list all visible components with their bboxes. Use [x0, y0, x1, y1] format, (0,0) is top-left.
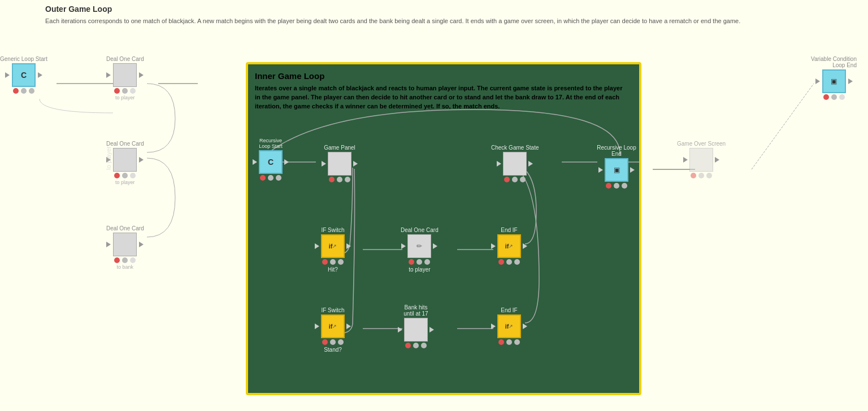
deal-card-top-sublabel: to player [115, 95, 135, 100]
generic-loop-start-node[interactable]: Generic Loop Start C [0, 56, 47, 94]
port-light [839, 94, 845, 100]
deal-one-card-bot-node[interactable]: Deal One Card to bank [106, 225, 144, 270]
check-state-ports [504, 177, 526, 182]
port-light [130, 173, 136, 178]
port-gray-2 [345, 177, 350, 182]
var-cond-icon: ▣ [831, 77, 837, 85]
port-red [691, 173, 696, 178]
deal-one-card-bot-ports [114, 257, 136, 263]
rec-end-icon: ▣ [614, 166, 620, 174]
recursive-loop-end-box[interactable]: ▣ [605, 158, 628, 182]
variable-condition-box[interactable]: ▣ [822, 69, 846, 93]
outer-loop-header: Outer Game Loop Each iterations correspo… [45, 5, 823, 25]
port-red [114, 88, 120, 94]
port-gray-1 [512, 177, 518, 182]
generic-loop-start-box[interactable]: C [12, 63, 36, 87]
hit-label: Hit? [328, 266, 338, 273]
port-gray-1 [416, 259, 422, 265]
port-gray-2 [276, 175, 281, 181]
if-icon-2: if [329, 323, 333, 330]
if-switch-1-node[interactable]: IF Switch if ↗ Hit? [315, 227, 351, 273]
deal-one-card-mid-node[interactable]: Deal One Card to player [106, 141, 144, 185]
game-over-in [683, 157, 688, 163]
port-red [114, 173, 120, 178]
to-player-inner-label: to player [409, 266, 430, 273]
end-if-1-ports [498, 259, 520, 265]
if-switch-1-out [346, 243, 351, 249]
check-game-state-box[interactable] [503, 152, 527, 176]
deal-one-card-mid-ports [114, 173, 136, 178]
deal-one-card-bot-label: Deal One Card [106, 225, 144, 231]
if-switch-2-in [315, 323, 319, 329]
port-red [322, 259, 328, 265]
check-game-state-node[interactable]: Check Game State [491, 145, 539, 182]
if-switch-2-out [346, 323, 351, 329]
game-panel-ports [329, 177, 350, 182]
game-panel-box[interactable] [328, 152, 351, 176]
recursive-loop-start-node[interactable]: Recursive Loop Start C [253, 138, 289, 181]
recursive-loop-start-label: Recursive Loop Start [259, 138, 283, 149]
recursive-loop-end-node[interactable]: Recursive Loop End ▣ [594, 145, 639, 189]
deal-one-card-mid-label: Deal One Card [106, 141, 144, 147]
port-gray-1 [698, 173, 704, 178]
bank-hits-box[interactable] [404, 318, 428, 342]
deal-card-top-in [106, 72, 111, 78]
port-gray [122, 88, 128, 94]
bank-hits-label: Bank hits until at 17 [403, 304, 428, 317]
inner-game-loop-container: Inner Game Loop Iterates over a single m… [246, 62, 641, 395]
generic-loop-start-out-arrow [38, 72, 42, 78]
generic-loop-start-in-arrow [5, 72, 10, 78]
game-over-box[interactable] [689, 148, 713, 172]
port-red [823, 94, 829, 100]
deal-inner-ports [409, 259, 430, 265]
port-red [409, 259, 414, 265]
deal-one-card-inner-node[interactable]: Deal One Card ✏ to player [401, 227, 439, 273]
deal-one-card-top-node[interactable]: Deal One Card to player [106, 56, 144, 100]
end-if-1-out [523, 243, 527, 249]
rec-start-in [253, 159, 257, 165]
end-if-2-node[interactable]: End IF if ↗ [491, 307, 527, 345]
if-arrow-2: ↗ [332, 323, 337, 329]
port-red [405, 343, 411, 348]
deal-one-card-mid-box[interactable] [113, 148, 137, 172]
if-switch-1-ports [322, 259, 344, 265]
end-if-1-node[interactable]: End IF if ↗ [491, 227, 527, 265]
if-switch-1-box[interactable]: if ↗ [321, 234, 345, 258]
game-over-ports [691, 173, 712, 178]
deal-one-card-bot-box[interactable] [113, 233, 137, 256]
port-red [322, 339, 328, 345]
if-switch-2-box[interactable]: if ↗ [321, 314, 345, 338]
if-switch-1-label: IF Switch [321, 227, 344, 233]
stand-label: Stand? [324, 347, 342, 353]
if-switch-1-in [315, 243, 319, 249]
outer-loop-description: Each iterations corresponds to one match… [45, 17, 780, 25]
var-cond-in [815, 78, 820, 84]
deal-one-card-top-box[interactable] [113, 63, 137, 87]
generic-loop-start-icon: C [21, 71, 27, 80]
check-game-state-label: Check Game State [491, 145, 539, 151]
end-if-2-box[interactable]: if ↗ [497, 314, 521, 338]
deal-one-card-top-label: Deal One Card [106, 56, 144, 62]
port-red [114, 257, 120, 263]
end-if-2-out [523, 323, 527, 329]
port-red [504, 177, 510, 182]
game-over-screen-node[interactable]: Game Over Screen [677, 141, 726, 178]
if-switch-2-ports [322, 339, 344, 345]
port-red [329, 177, 335, 182]
svg-line-9 [752, 84, 814, 169]
deal-one-card-inner-box[interactable]: ✏ [407, 234, 431, 258]
main-canvas: Outer Game Loop Each iterations correspo… [0, 0, 868, 411]
bank-hits-node[interactable]: Bank hits until at 17 [398, 304, 434, 348]
port-red [260, 175, 266, 181]
recursive-loop-start-box[interactable]: C [259, 150, 283, 174]
bank-hits-out [429, 327, 434, 333]
rec-end-in [598, 167, 603, 173]
end-if-1-box[interactable]: if ↗ [497, 234, 521, 258]
io-player-label: Io player [105, 146, 112, 170]
port-light [130, 257, 136, 263]
game-panel-node[interactable]: Game Panel [322, 145, 358, 182]
deal-card-mid-sublabel: to player [115, 180, 135, 185]
variable-condition-loop-end-node[interactable]: Variable Condition Loop End ▣ [811, 56, 857, 100]
generic-loop-start-label: Generic Loop Start [0, 56, 47, 62]
if-switch-2-node[interactable]: IF Switch if ↗ Stand? [315, 307, 351, 353]
